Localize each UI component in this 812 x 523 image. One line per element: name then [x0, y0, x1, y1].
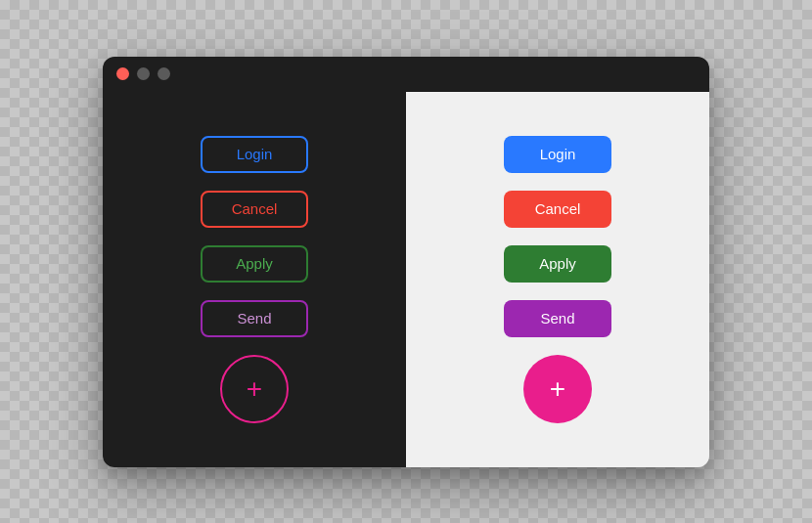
fab-filled-button[interactable]: +: [523, 355, 592, 423]
light-panel: Login Cancel Apply Send +: [406, 92, 709, 467]
minimize-button[interactable]: [137, 67, 150, 80]
title-bar: [103, 57, 709, 92]
login-filled-button[interactable]: Login: [504, 136, 611, 173]
login-outline-button[interactable]: Login: [201, 136, 308, 173]
fab-outline-button[interactable]: +: [220, 355, 289, 423]
close-button[interactable]: [116, 67, 129, 80]
window-container: Login Cancel Apply Send + Login Cancel A…: [103, 57, 709, 467]
window-content: Login Cancel Apply Send + Login Cancel A…: [103, 92, 709, 467]
app-window: Login Cancel Apply Send + Login Cancel A…: [103, 57, 709, 467]
send-filled-button[interactable]: Send: [504, 300, 611, 337]
cancel-outline-button[interactable]: Cancel: [201, 191, 308, 228]
apply-filled-button[interactable]: Apply: [504, 245, 611, 283]
send-outline-button[interactable]: Send: [201, 300, 308, 337]
dark-panel: Login Cancel Apply Send +: [103, 92, 406, 467]
cancel-filled-button[interactable]: Cancel: [504, 191, 611, 228]
apply-outline-button[interactable]: Apply: [201, 245, 308, 283]
maximize-button[interactable]: [158, 67, 170, 80]
